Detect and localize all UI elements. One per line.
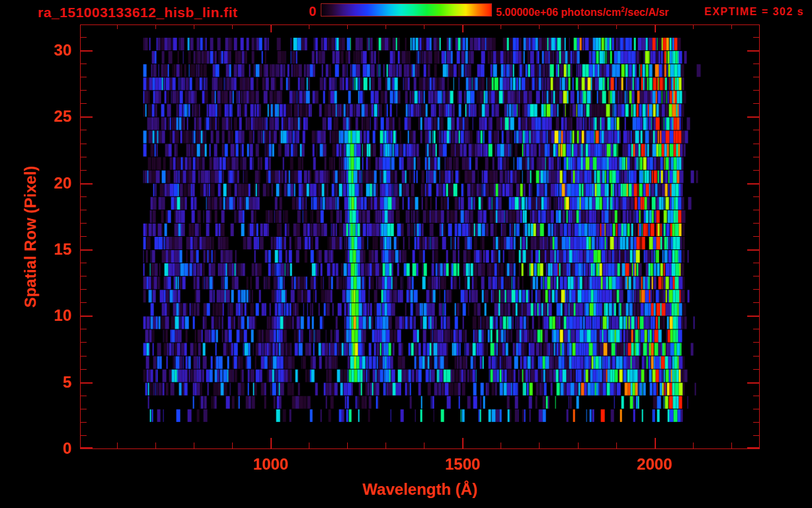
y-tick-label: 15 (36, 240, 71, 259)
exptime-label: EXPTIME = 302 s (669, 6, 804, 18)
x-tick-label: 2000 (615, 455, 694, 474)
x-axis-title: Wavelength (Å) (80, 480, 760, 499)
spectrogram-canvas (81, 25, 759, 448)
y-tick-label: 10 (36, 306, 71, 325)
x-tick-label: 1500 (423, 455, 502, 474)
y-tick-label: 30 (36, 41, 71, 60)
colorbar-max-value: 5.00000e+06 (496, 7, 558, 18)
y-tick-label: 20 (36, 174, 71, 192)
colorbar-max-label: 5.00000e+06 photons/cm2/sec/A/sr (496, 6, 669, 19)
y-axis-title: Spatial Row (Pixel) (21, 166, 40, 308)
colorbar-units-prefix: photons/cm (558, 7, 621, 18)
colorbar (321, 3, 492, 17)
colorbar-min-label: 0 (299, 4, 316, 19)
file-title: ra_151003133612_hisb_lin.fit (38, 5, 237, 21)
x-tick-label: 1000 (231, 455, 310, 474)
y-tick-label: 25 (36, 107, 71, 126)
y-tick-label: 5 (36, 373, 71, 392)
plot-frame (80, 24, 760, 449)
colorbar-units-suffix: /sec/A/sr (625, 7, 669, 18)
y-tick-label: 0 (36, 439, 71, 458)
